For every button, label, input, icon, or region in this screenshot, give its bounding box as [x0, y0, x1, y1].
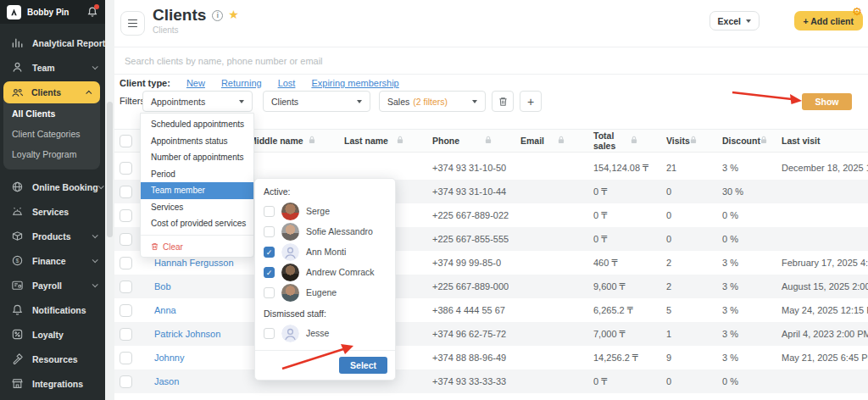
table-row: Bob+225 667-889-0009,600 ₸23 %August 15,… — [114, 275, 868, 298]
sidebar-subitem-all-clients[interactable]: All Clients — [3, 103, 100, 124]
sidebar-item-notifications[interactable]: Notifications — [0, 297, 105, 322]
column-header-email: Email — [509, 130, 581, 152]
sidebar: Bobby Pin Analytical ReportsTeam Clients… — [0, 0, 105, 400]
scrollbar-thumb[interactable] — [107, 102, 113, 237]
show-button[interactable]: Show — [802, 93, 852, 110]
avatar — [281, 203, 299, 220]
clear-filter-button[interactable]: Clear — [141, 238, 253, 257]
menu-item-team-member[interactable]: Team member — [141, 182, 253, 199]
avatar — [281, 223, 299, 241]
search-input[interactable] — [114, 47, 868, 74]
row-checkbox-cell — [114, 233, 142, 246]
row-checkbox[interactable] — [120, 257, 132, 269]
cell-visits: 2 — [654, 258, 710, 268]
staff-checkbox[interactable] — [264, 287, 275, 298]
sidebar-item-resources[interactable]: Resources — [0, 347, 105, 371]
star-icon[interactable]: ★ — [228, 8, 239, 21]
staff-checkbox[interactable] — [264, 206, 275, 217]
staff-checkbox[interactable]: ✓ — [264, 247, 275, 258]
row-checkbox[interactable] — [120, 209, 132, 222]
filter-select-appointments[interactable]: Appointments — [142, 91, 253, 112]
add-filter-button[interactable]: + — [520, 91, 542, 112]
sidebar-item-payroll[interactable]: Payroll — [0, 273, 105, 297]
row-checkbox[interactable] — [120, 281, 132, 293]
column-label: Last name — [344, 136, 388, 146]
cell-name[interactable]: Patrick Johnson — [142, 329, 237, 339]
sidebar-item-services[interactable]: Services — [0, 199, 105, 224]
sidebar-item-label: Notifications — [32, 305, 97, 315]
row-checkbox[interactable] — [120, 328, 132, 341]
staff-row-andrew-comrack[interactable]: ✓Andrew Comrack — [255, 262, 395, 282]
gear-icon[interactable]: ⚙ — [852, 5, 862, 18]
cell-name[interactable]: Anna — [142, 305, 237, 315]
menu-item-period[interactable]: Period — [141, 166, 253, 183]
sidebar-item-online-booking[interactable]: Online Booking — [0, 175, 105, 199]
cell-total_sales: 14,256.2 ₸ — [581, 353, 654, 364]
column-label: Email — [520, 136, 544, 146]
sidebar-item-analytical-reports[interactable]: Analytical Reports — [0, 31, 105, 55]
client-type-link-lost[interactable]: Lost — [278, 78, 296, 88]
row-checkbox[interactable] — [120, 186, 132, 198]
sidebar-item-label: Payroll — [32, 281, 92, 291]
menu-item-number-of-appointments[interactable]: Number of appointments — [141, 149, 253, 166]
menu-item-cost-of-provided-services[interactable]: Cost of provided services — [141, 215, 253, 232]
client-type-link-new[interactable]: New — [186, 78, 205, 88]
staff-row-sofie-alessandro[interactable]: Sofie Alessandro — [255, 221, 395, 242]
sidebar-scrollbar[interactable] — [105, 0, 114, 400]
info-icon[interactable]: i — [212, 10, 223, 21]
sidebar-item-label: Team — [32, 63, 92, 73]
column-header-last-name: Last name — [332, 130, 420, 152]
workspace-name[interactable]: Bobby Pin — [27, 8, 86, 17]
menu-item-appointments-status[interactable]: Appointments status — [141, 133, 253, 150]
staff-row-serge[interactable]: Serge — [255, 201, 395, 221]
sidebar-item-integrations[interactable]: Integrations — [0, 371, 105, 396]
menu-item-scheduled-appointments[interactable]: Scheduled appointments — [141, 116, 253, 133]
hamburger-icon[interactable] — [120, 11, 145, 36]
cell-name[interactable]: Jason — [142, 376, 237, 386]
row-checkbox[interactable] — [120, 304, 132, 317]
staff-row-jesse[interactable]: Jesse — [255, 323, 395, 343]
cell-name[interactable]: Johnny — [142, 353, 237, 363]
sidebar-item-team[interactable]: Team — [0, 55, 105, 80]
row-checkbox[interactable] — [120, 375, 132, 388]
row-checkbox[interactable] — [120, 162, 132, 175]
sidebar-item-products[interactable]: Products — [0, 224, 105, 248]
cell-name[interactable]: Bob — [142, 281, 237, 292]
menu-item-services[interactable]: Services — [141, 199, 253, 216]
sidebar-item-clients[interactable]: Clients — [3, 81, 100, 103]
cell-total_sales: 154,124.08 ₸ — [581, 163, 654, 174]
staff-checkbox[interactable]: ✓ — [264, 267, 275, 278]
staff-row-eugene[interactable]: Eugene — [255, 282, 395, 303]
sidebar-item-finance[interactable]: $Finance — [0, 248, 105, 273]
filter-select-sales[interactable]: Sales(2 filters) — [379, 91, 486, 112]
notification-bell-icon[interactable] — [86, 6, 98, 19]
lock-icon — [397, 136, 403, 146]
globe-icon — [11, 181, 25, 194]
lock-icon — [760, 136, 767, 146]
row-checkbox-cell — [114, 209, 142, 222]
sidebar-subitem-client-categories[interactable]: Client Categories — [3, 124, 100, 144]
cell-total_sales: 0 ₸ — [581, 234, 654, 245]
select-button[interactable]: Select — [339, 357, 387, 374]
chevron-down-icon — [357, 100, 362, 103]
staff-checkbox[interactable] — [264, 226, 275, 237]
row-checkbox[interactable] — [120, 352, 132, 364]
cell-phone: +374 96 62-75-72 — [420, 329, 509, 339]
excel-export-button[interactable]: Excel — [709, 11, 760, 31]
cell-name[interactable]: Hannah Fergusson — [142, 258, 237, 268]
client-type-link-expiring-membership[interactable]: Expiring membership — [311, 78, 398, 88]
lock-icon — [631, 136, 637, 146]
client-type-link-returning[interactable]: Returning — [221, 78, 262, 88]
column-label: Total sales — [593, 131, 631, 151]
select-all-checkbox[interactable] — [120, 135, 132, 147]
trash-icon[interactable] — [492, 91, 514, 112]
sidebar-subitem-loyalty-program[interactable]: Loyalty Program — [3, 144, 100, 164]
cell-visits: 21 — [654, 163, 710, 173]
staff-checkbox[interactable] — [264, 328, 275, 339]
sidebar-item-loyalty[interactable]: Loyalty — [0, 322, 105, 347]
row-checkbox[interactable] — [120, 233, 132, 246]
filter-select-clients[interactable]: Clients — [263, 91, 370, 112]
services-icon — [11, 205, 25, 219]
row-checkbox-cell — [114, 304, 142, 317]
staff-row-ann-monti[interactable]: ✓Ann Monti — [255, 242, 395, 262]
